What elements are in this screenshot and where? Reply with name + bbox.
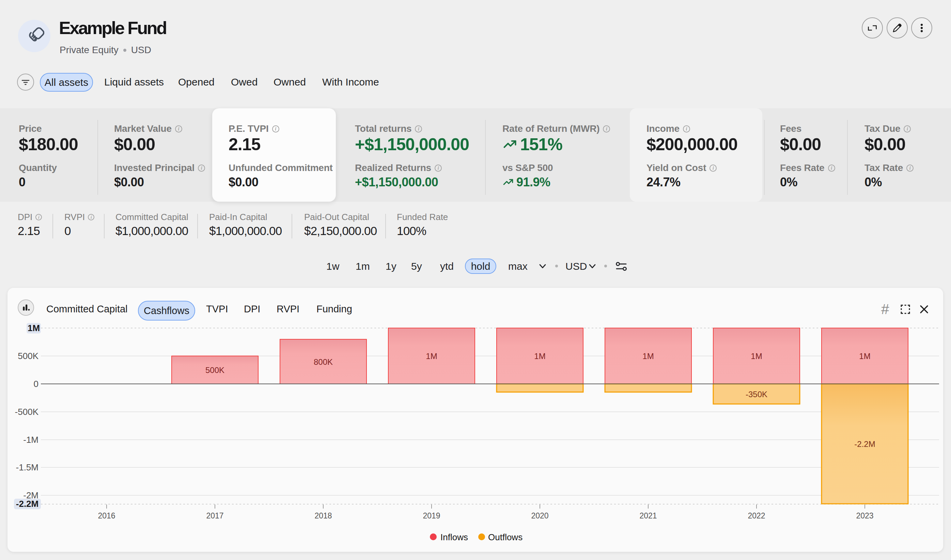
svg-text:2018: 2018 [314,511,332,520]
svg-text:2021: 2021 [639,511,657,520]
svg-text:-2.2M: -2.2M [16,499,38,509]
svg-text:2019: 2019 [423,511,440,520]
svg-text:500K: 500K [18,351,38,361]
svg-text:0: 0 [34,379,38,389]
svg-text:1M: 1M [642,352,654,361]
svg-text:1M: 1M [534,352,545,361]
svg-text:800K: 800K [314,357,333,366]
svg-text:2017: 2017 [206,511,223,520]
svg-text:-1M: -1M [23,435,38,445]
svg-text:2020: 2020 [531,511,548,520]
svg-text:Inflows: Inflows [440,532,468,542]
svg-text:-2.2M: -2.2M [854,439,875,449]
svg-text:1M: 1M [859,352,870,361]
svg-text:-1.5M: -1.5M [16,462,38,472]
svg-text:1M: 1M [426,352,437,361]
svg-text:-350K: -350K [746,390,768,399]
svg-text:Outflows: Outflows [488,532,523,542]
svg-text:2016: 2016 [98,511,115,520]
svg-text:2022: 2022 [748,511,765,520]
svg-text:2023: 2023 [856,511,873,520]
svg-text:500K: 500K [205,366,225,375]
svg-text:1M: 1M [751,352,762,361]
svg-text:-500K: -500K [15,407,39,417]
svg-text:1M: 1M [28,323,40,333]
